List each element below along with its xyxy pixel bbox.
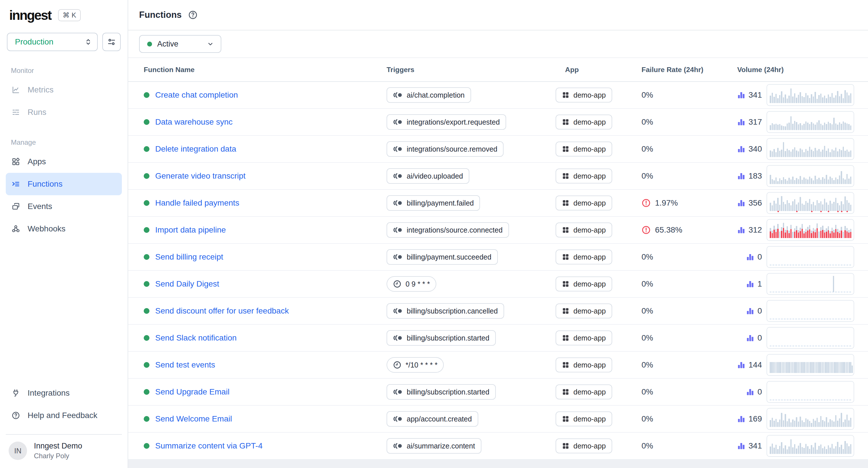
function-name-link[interactable]: Send billing receipt [155,253,223,262]
spark-bar [848,203,849,211]
spark-bar [849,362,850,373]
spark-bar [844,362,845,373]
spark-bar [781,149,782,157]
function-name-link[interactable]: Import data pipeline [155,225,226,235]
spark-bar-success-part [770,228,771,231]
spark-bar-failure-part [830,233,831,238]
command-k-shortcut[interactable]: ⌘ K [58,9,81,21]
status-filter-dropdown[interactable]: Active [139,35,221,53]
spark-bar [783,362,784,373]
function-name-link[interactable]: Send discount offer for user feedback [155,306,289,315]
function-name-link[interactable]: Send Slack notification [155,333,237,342]
spark-bar [846,443,848,454]
app-name-label: demo-app [574,145,606,153]
sidebar-item-runs[interactable]: Runs [6,101,122,124]
user-menu[interactable]: IN Inngest Demo Charly Poly [0,435,128,468]
app-badge[interactable]: demo-app [556,385,612,399]
function-name-link[interactable]: Data warehouse sync [155,118,232,127]
function-name-link[interactable]: Handle failed payments [155,198,240,208]
chevron-down-icon [206,40,214,48]
function-name-link[interactable]: Delete integration data [155,144,236,154]
volume-sparkline [767,435,854,457]
function-name-link[interactable]: Summarize content via GPT-4 [155,441,262,450]
spark-bar-stacked [794,228,796,238]
table-row[interactable]: Send Slack notificationbilling/subscript… [128,325,868,352]
app-badge[interactable]: demo-app [556,141,612,157]
table-row[interactable]: Send discount offer for user feedbackbil… [128,298,868,325]
app-badge[interactable]: demo-app [556,438,612,454]
function-name-link[interactable]: Send Upgrade Email [155,387,229,397]
spark-bar-stacked [811,231,812,238]
spark-bar [818,120,820,130]
spark-bar-success-part [790,225,792,229]
app-badge[interactable]: demo-app [556,249,612,264]
sidebar-item-integrations[interactable]: Integrations [6,382,122,404]
function-name-link[interactable]: Send Welcome Email [155,414,232,424]
table-row[interactable]: Summarize content via GPT-4ai/summarize.… [128,433,868,460]
sidebar-item-help-feedback[interactable]: Help and Feedback [6,404,122,427]
app-badge[interactable]: demo-app [556,88,612,102]
spark-bar [835,95,837,103]
spark-bar [820,152,822,157]
table-row[interactable]: Send Upgrade Emailbilling/subscription.s… [128,379,868,406]
spark-bar [833,276,834,292]
app-badge[interactable]: demo-app [556,358,612,372]
function-name-link[interactable]: Send test events [155,360,215,370]
volume-count-group: 0 [737,333,762,342]
app-badge[interactable]: demo-app [556,303,612,319]
spark-bar-success-part [846,228,848,231]
sidebar-item-webhooks[interactable]: Webhooks [6,218,122,240]
spark-bar-stacked [783,223,784,238]
spark-bar-success-part [773,226,775,230]
spark-bar [848,152,849,157]
spark-bar-success-part [802,224,803,229]
trigger-label: billing/payment.succeeded [407,253,492,261]
event-icon [393,308,403,314]
table-footer-strip [128,460,868,468]
app-badge[interactable]: demo-app [556,276,612,292]
spark-bar [841,413,842,427]
environment-select[interactable]: Production [7,33,98,51]
app-badge[interactable]: demo-app [556,114,612,130]
spark-bar [832,149,833,157]
table-row[interactable]: Import data pipelineintegrations/source.… [128,217,868,244]
spark-bar [835,147,837,157]
table-row[interactable]: Delete integration dataintegrations/sour… [128,136,868,163]
function-name-link[interactable]: Generate video transcript [155,171,245,180]
function-name-link[interactable]: Send Daily Digest [155,279,219,289]
failure-rate-value: 0% [642,333,653,342]
app-grid-icon [562,145,569,153]
table-row[interactable]: Create chat completionai/chat.completion… [128,82,868,109]
page-help-icon[interactable] [188,10,198,20]
volume-count-group: 317 [737,118,762,127]
sidebar-item-metrics[interactable]: Metrics [6,79,122,101]
sidebar-item-functions[interactable]: Functions [6,173,122,195]
sidebar-item-apps[interactable]: Apps [6,151,122,173]
sidebar-item-events[interactable]: Events [6,195,122,218]
spark-bar [826,449,827,454]
table-row[interactable]: Send Welcome Emailapp/account.createddem… [128,406,868,433]
app-badge[interactable]: demo-app [556,223,612,237]
table-row[interactable]: Send billing receiptbilling/payment.succ… [128,244,868,271]
spark-bar-failure-part [807,231,808,238]
spark-bar [785,179,786,184]
spark-bar [807,123,808,130]
table-row[interactable]: Data warehouse syncintegrations/export.r… [128,109,868,136]
column-header-volume: Volume (24hr) [737,66,868,74]
spark-bar [773,180,775,184]
app-badge[interactable]: demo-app [556,331,612,345]
app-badge[interactable]: demo-app [556,169,612,183]
table-row[interactable]: Generate video transcriptai/video.upload… [128,163,868,190]
table-row[interactable]: Send test events*/10 * * * *demo-app0%14… [128,352,868,379]
app-grid-icon [562,199,569,207]
table-row[interactable]: Send Daily Digest0 9 * * *demo-app0%1 [128,271,868,298]
spark-bar-stacked [844,226,846,238]
spark-bar [777,362,778,373]
table-row[interactable]: Handle failed paymentsbilling/payment.fa… [128,190,868,217]
function-name-link[interactable]: Create chat completion [155,91,238,100]
app-badge[interactable]: demo-app [556,411,612,426]
spark-bar [779,362,780,373]
app-badge[interactable]: demo-app [556,196,612,210]
spark-bar [833,448,835,454]
environment-settings-button[interactable] [102,33,121,51]
